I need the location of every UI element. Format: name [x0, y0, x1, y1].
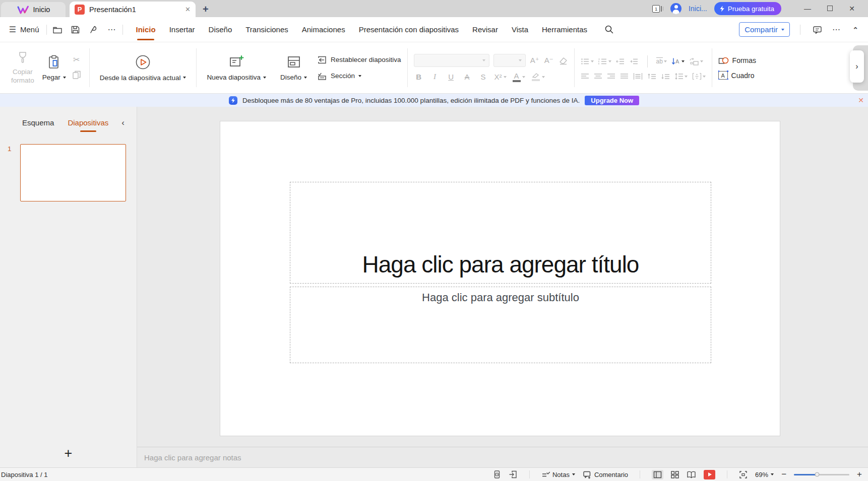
text-direction-button[interactable]: ab [656, 57, 667, 65]
home-tab[interactable]: Inicio [1, 2, 66, 17]
main-menu-icon[interactable]: ☰ [6, 23, 19, 36]
reading-view-button[interactable] [687, 471, 696, 478]
chevron-down-icon [504, 76, 507, 78]
format-painter-button[interactable]: Copiar formato [7, 50, 38, 85]
more-options-icon[interactable]: ⋯ [830, 23, 843, 36]
move-up-paragraph-button[interactable] [647, 73, 656, 80]
tab-revisar[interactable]: Revisar [472, 17, 498, 42]
collapse-panel-icon[interactable]: ‹ [121, 118, 125, 128]
new-tab-button[interactable]: + [203, 4, 209, 15]
fit-slide-icon[interactable] [739, 470, 748, 479]
font-size-select[interactable] [493, 54, 526, 67]
tab-inicio[interactable]: Inicio [136, 17, 156, 42]
numbered-list-button[interactable] [598, 57, 611, 65]
new-slide-button[interactable]: Nueva diapositiva [203, 53, 270, 82]
comment-toggle[interactable]: Comentario [583, 470, 628, 479]
bullet-list-button[interactable] [581, 57, 594, 65]
menu-bar: ☰ Menú ⋯ Inicio Insertar Diseño Transici… [0, 17, 868, 42]
notes-toggle[interactable]: Notas [541, 471, 575, 478]
highlight-color-button[interactable] [531, 73, 545, 81]
align-center-button[interactable] [594, 73, 602, 80]
tab-diapositivas[interactable]: Diapositivas [68, 118, 108, 127]
tab-transiciones[interactable]: Transiciones [245, 17, 288, 42]
user-avatar[interactable] [670, 3, 681, 14]
tab-animaciones[interactable]: Animaciones [302, 17, 345, 42]
document-tab[interactable]: P Presentación1 ✕ [70, 2, 196, 17]
save-icon[interactable] [69, 23, 82, 36]
zoom-slider-thumb[interactable] [815, 472, 820, 477]
shapes-button[interactable]: Formas [718, 56, 765, 65]
slide-sorter-view-button[interactable] [671, 471, 679, 478]
italic-button[interactable]: I [430, 73, 440, 81]
minimize-window-icon[interactable]: — [796, 5, 819, 13]
tab-herramientas[interactable]: Herramientas [542, 17, 587, 42]
increase-indent-button[interactable] [630, 57, 639, 65]
text-orientation-button[interactable]: A [671, 57, 685, 66]
title-placeholder[interactable]: Haga clic para agregar título [290, 182, 711, 284]
reset-slide-button[interactable]: Restablecer diapositiva [317, 55, 401, 64]
import-export-icon[interactable] [509, 470, 518, 479]
text-box-button[interactable]: A Cuadro [718, 71, 765, 80]
play-from-current-slide-button[interactable]: Desde la diapositiva actual [96, 53, 191, 83]
notes-area[interactable]: Haga clic para agregar notas [137, 447, 868, 467]
device-preview-icon[interactable] [493, 470, 501, 479]
slideshow-play-button[interactable] [704, 470, 715, 479]
distribute-text-button[interactable] [633, 73, 643, 80]
align-left-button[interactable] [581, 73, 589, 80]
character-effect-button[interactable]: A [462, 73, 472, 81]
zoom-out-button[interactable]: − [781, 469, 786, 479]
chevron-down-icon [608, 60, 611, 62]
cut-icon[interactable]: ✂ [73, 56, 80, 64]
font-name-select[interactable] [414, 54, 489, 67]
text-shadow-button[interactable]: S [478, 73, 488, 81]
comment-icon[interactable] [811, 23, 824, 36]
underline-button[interactable]: U [446, 73, 456, 81]
tab-esquema[interactable]: Esquema [22, 118, 54, 127]
free-trial-button[interactable]: Prueba gratuita [714, 2, 781, 15]
slide-layout-button[interactable]: Diseño [276, 53, 311, 82]
increase-font-size-button[interactable]: A⁺ [530, 56, 540, 65]
search-icon[interactable] [602, 23, 615, 36]
account-label[interactable]: Inici... [689, 5, 707, 13]
clear-formatting-icon[interactable] [558, 56, 568, 65]
upgrade-now-button[interactable]: Upgrade Now [585, 96, 639, 105]
close-window-icon[interactable]: ✕ [841, 5, 863, 13]
zoom-level-select[interactable]: 69% [755, 471, 774, 478]
copy-icon[interactable] [72, 70, 81, 80]
decrease-indent-button[interactable] [616, 57, 625, 65]
more-quick-actions-icon[interactable]: ⋯ [105, 23, 118, 36]
paragraph-layout-button[interactable] [692, 73, 706, 80]
zoom-in-button[interactable]: + [857, 469, 862, 479]
paste-button[interactable]: Pegar [38, 53, 70, 82]
tab-vista[interactable]: Vista [512, 17, 528, 42]
convert-to-smartart-button[interactable] [689, 57, 703, 66]
slide-thumbnail[interactable] [20, 144, 126, 201]
tab-presentacion-con-diapositivas[interactable]: Presentación con diapositivas [359, 17, 459, 42]
maximize-window-icon[interactable] [819, 5, 841, 13]
slide-1[interactable]: Haga clic para agregar título Haga clic … [220, 121, 780, 436]
align-right-button[interactable] [607, 73, 615, 80]
superscript-button[interactable]: X² [494, 73, 507, 81]
tab-insertar[interactable]: Insertar [169, 17, 195, 42]
zoom-slider[interactable] [794, 474, 849, 475]
normal-view-button[interactable] [652, 470, 663, 479]
bold-button[interactable]: B [414, 73, 424, 81]
menu-label[interactable]: Menú [20, 25, 39, 34]
section-button[interactable]: Sección [317, 72, 401, 81]
expand-toolbar-button[interactable]: › [850, 50, 864, 83]
collapse-ribbon-icon[interactable]: ⌃ [849, 23, 862, 36]
add-slide-button[interactable]: + [65, 447, 73, 460]
font-color-button[interactable]: A [513, 72, 525, 82]
close-banner-icon[interactable]: ✕ [858, 96, 864, 104]
open-folder-icon[interactable] [51, 23, 64, 36]
justify-button[interactable] [620, 73, 629, 80]
window-stack-icon[interactable]: 1 [652, 5, 663, 13]
close-tab-icon[interactable]: ✕ [185, 6, 191, 13]
line-spacing-button[interactable] [674, 73, 688, 80]
share-button[interactable]: Compartir [739, 22, 790, 37]
tab-diseno[interactable]: Diseño [209, 17, 232, 42]
pin-icon[interactable] [87, 23, 100, 36]
move-down-paragraph-button[interactable] [661, 73, 670, 80]
subtitle-placeholder[interactable]: Haga clic para agregar subtítulo [290, 287, 711, 363]
decrease-font-size-button[interactable]: A⁻ [544, 56, 554, 65]
